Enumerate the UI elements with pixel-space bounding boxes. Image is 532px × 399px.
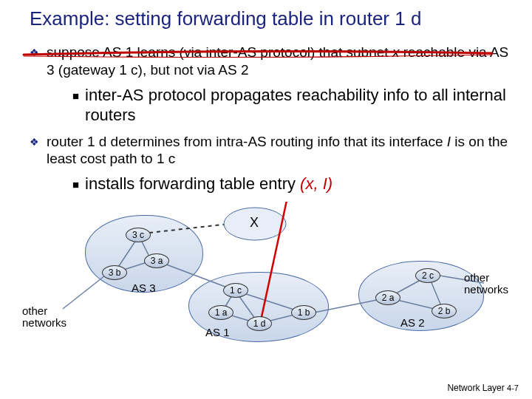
footer-page: 4-7 — [507, 383, 519, 392]
router-1b: 1 b — [291, 305, 316, 320]
as3-label: AS 3 — [132, 282, 156, 294]
svg-line-3 — [63, 276, 105, 309]
bullet-2: ■ inter-AS protocol propagates reachabil… — [72, 85, 510, 126]
as1-label: AS 1 — [205, 326, 230, 338]
router-3c: 3 c — [126, 228, 151, 242]
bullet-4: ■ installs forwarding table entry (x, I) — [72, 174, 510, 194]
bullet-3-I: I — [447, 134, 455, 149]
bullet-3-pre: router 1 d determines from intra-AS rout… — [47, 134, 447, 149]
square-bullet-icon: ■ — [72, 89, 79, 103]
bullet-4-tuple: (x, I) — [300, 174, 332, 193]
square-bullet-icon: ■ — [72, 178, 79, 192]
router-2c: 2 c — [415, 268, 440, 283]
bullet-2-text: inter-AS protocol propagates reachabilit… — [85, 85, 510, 126]
router-3a: 3 a — [144, 253, 169, 268]
bullet-1: ❖ suppose AS 1 learns (via inter-AS prot… — [30, 44, 510, 79]
title-underline — [22, 50, 495, 58]
router-1c: 1 c — [223, 283, 248, 298]
bullet-3: ❖ router 1 d determines from intra-AS ro… — [30, 133, 510, 168]
router-1d: 1 d — [247, 316, 272, 331]
other-networks-right: other networks — [464, 272, 516, 296]
other-networks-left: other networks — [22, 305, 74, 330]
bullet-1-text: suppose AS 1 learns (via inter-AS protoc… — [47, 44, 510, 79]
router-2b: 2 b — [432, 304, 457, 318]
bullet-4-pre: installs forwarding table entry — [85, 174, 300, 193]
router-1a: 1 a — [208, 305, 233, 320]
footer-section: Network Layer — [447, 383, 504, 393]
slide-title: Example: setting forwarding table in rou… — [0, 0, 532, 33]
bullet-4-text: installs forwarding table entry (x, I) — [85, 174, 332, 194]
slide-footer: Network Layer 4-7 — [447, 383, 519, 393]
bullet-3-text: router 1 d determines from intra-AS rout… — [47, 133, 510, 168]
network-diagram: X 3 c 3 b 3 a 1 c 1 a 1 d 1 b 2 a 2 c 2 … — [0, 202, 532, 364]
diamond-bullet-icon: ❖ — [30, 136, 39, 149]
router-3b: 3 b — [102, 265, 127, 280]
as2-label: AS 2 — [400, 316, 425, 329]
subnet-x-label: X — [250, 215, 259, 231]
router-2a: 2 a — [375, 290, 400, 305]
